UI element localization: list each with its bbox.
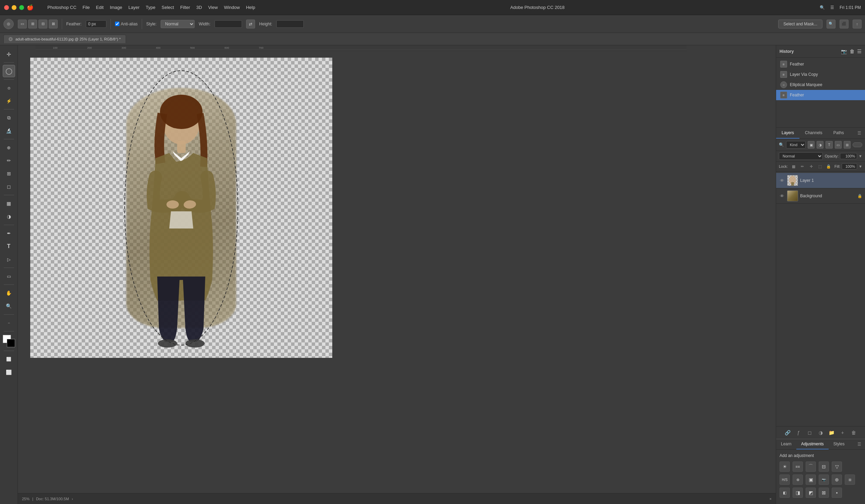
- tab-learn[interactable]: Learn: [776, 439, 796, 449]
- path-selection-tool[interactable]: ▷: [3, 253, 15, 266]
- type-tool[interactable]: T: [3, 240, 15, 253]
- adj-bw-btn[interactable]: ▣: [806, 474, 816, 485]
- history-item-feather-1[interactable]: ≡ Feather: [776, 59, 865, 69]
- filter-adjust-btn[interactable]: ◑: [817, 141, 823, 149]
- select-and-mask-button[interactable]: Select and Mask...: [778, 20, 822, 28]
- link-layers-btn[interactable]: 🔗: [784, 429, 792, 437]
- width-input[interactable]: [215, 20, 242, 28]
- menu-type[interactable]: Type: [146, 5, 155, 10]
- layers-panel-menu[interactable]: ☰: [855, 129, 863, 137]
- add-style-btn[interactable]: ƒ: [795, 429, 803, 437]
- quick-mask-btn[interactable]: ⬜: [3, 353, 15, 365]
- menu-file[interactable]: File: [83, 5, 90, 10]
- lock-all-btn[interactable]: 🔒: [826, 163, 832, 170]
- background-color[interactable]: [7, 339, 15, 347]
- adj-color-balance-btn[interactable]: ⊗: [793, 474, 803, 485]
- intersect-selection-btn[interactable]: ⊠: [49, 20, 58, 28]
- history-delete-btn[interactable]: 🗑: [850, 49, 854, 54]
- tab-paths[interactable]: Paths: [828, 128, 850, 139]
- menu-select[interactable]: Select: [162, 5, 174, 10]
- maximize-button[interactable]: [19, 5, 24, 10]
- brush-tool[interactable]: ✏: [3, 154, 15, 167]
- elliptical-marquee-tool[interactable]: ◯: [3, 65, 15, 77]
- tab-channels[interactable]: Channels: [799, 128, 828, 139]
- style-select[interactable]: Normal Fixed Ratio Fixed Size: [161, 20, 195, 28]
- adj-vibrance-btn[interactable]: ▽: [832, 461, 842, 472]
- swap-dimensions-btn[interactable]: ⇄: [246, 20, 255, 28]
- close-button[interactable]: [4, 5, 9, 10]
- adj-gradient-map-btn[interactable]: ⊠: [819, 488, 829, 498]
- filter-pixel-btn[interactable]: ▣: [808, 141, 815, 149]
- menu-filter[interactable]: Filter: [180, 5, 190, 10]
- feather-input[interactable]: [86, 20, 106, 28]
- menu-edit[interactable]: Edit: [96, 5, 104, 10]
- spotlight-icon[interactable]: 🔍: [820, 5, 825, 10]
- gradient-tool[interactable]: ▦: [3, 197, 15, 210]
- filter-type-btn[interactable]: T: [826, 141, 832, 149]
- adj-panel-menu-btn[interactable]: ☰: [855, 441, 863, 448]
- adj-photo-filter-btn[interactable]: 📷: [819, 474, 829, 485]
- menu-window[interactable]: Window: [224, 5, 240, 10]
- delete-layer-btn[interactable]: 🗑: [850, 429, 858, 437]
- layer-item-layer1[interactable]: 👁 Layer 1: [776, 173, 865, 188]
- new-fill-adj-btn[interactable]: ◑: [817, 429, 825, 437]
- menu-view[interactable]: View: [208, 5, 218, 10]
- color-swatch[interactable]: [3, 335, 15, 347]
- background-visibility-btn[interactable]: 👁: [779, 193, 785, 199]
- history-panel-menu[interactable]: ☰: [857, 49, 862, 54]
- add-mask-btn[interactable]: ◻: [806, 429, 814, 437]
- minimize-button[interactable]: [12, 5, 16, 10]
- quick-selection-tool[interactable]: ⚡: [3, 95, 15, 107]
- adj-brightness-btn[interactable]: ☀: [780, 461, 790, 472]
- pen-tool[interactable]: ✒: [3, 227, 15, 239]
- new-layer-btn[interactable]: +: [839, 429, 847, 437]
- filter-smartobj-btn[interactable]: ⊞: [844, 141, 851, 149]
- filter-toggle[interactable]: [853, 142, 862, 147]
- rectangle-tool[interactable]: ▭: [3, 270, 15, 282]
- lock-artboard-btn[interactable]: ⬚: [817, 163, 823, 170]
- document-tab[interactable]: × adult-attractive-beautiful-61120.jpg @…: [3, 35, 126, 43]
- anti-alias-label[interactable]: Anti-alias: [115, 22, 138, 26]
- menu-image[interactable]: Image: [110, 5, 122, 10]
- bottom-close-btn[interactable]: ×: [770, 497, 772, 501]
- layer1-visibility-btn[interactable]: 👁: [779, 177, 785, 184]
- lock-position-btn[interactable]: ✛: [808, 163, 814, 170]
- canvas-document[interactable]: .marching-ants { stroke-dasharray: 8 5; …: [30, 58, 332, 358]
- filter-kind-select[interactable]: Kind: [786, 141, 806, 149]
- adj-curves-btn[interactable]: ⌒: [806, 461, 816, 472]
- lock-pixels-btn[interactable]: ✏: [799, 163, 806, 170]
- new-group-btn[interactable]: 📁: [828, 429, 836, 437]
- hand-tool[interactable]: ✋: [3, 287, 15, 299]
- tab-close-btn[interactable]: ×: [9, 37, 13, 41]
- adj-threshold-btn[interactable]: ◩: [806, 488, 816, 498]
- tab-styles[interactable]: Styles: [829, 439, 850, 449]
- eraser-tool[interactable]: ◻: [3, 180, 15, 193]
- fill-stepper[interactable]: ▼: [858, 164, 862, 168]
- adj-hue-sat-btn[interactable]: H/S: [780, 474, 790, 485]
- filter-toggle-switch[interactable]: [853, 142, 862, 147]
- opacity-stepper[interactable]: ▼: [858, 154, 862, 158]
- lock-transparent-btn[interactable]: ▦: [791, 163, 797, 170]
- lasso-tool[interactable]: ⌾: [3, 82, 15, 94]
- move-tool[interactable]: ✛: [3, 48, 15, 60]
- clone-stamp-tool[interactable]: ⊞: [3, 167, 15, 180]
- menu-help[interactable]: Help: [246, 5, 255, 10]
- menu-3d[interactable]: 3D: [196, 5, 202, 10]
- workspace-btn[interactable]: ⬛: [840, 20, 849, 28]
- adj-invert-btn[interactable]: ◧: [780, 488, 790, 498]
- extra-tools[interactable]: ···: [3, 317, 15, 329]
- expand-arrow[interactable]: ›: [72, 497, 73, 501]
- spot-healing-tool[interactable]: ⊕: [3, 141, 15, 154]
- share-btn[interactable]: ↑: [853, 20, 862, 28]
- search-btn[interactable]: 🔍: [827, 20, 835, 28]
- canvas-viewport[interactable]: 100 200 300 400 500 600 700: [18, 45, 776, 493]
- history-item-elliptical-marquee[interactable]: ○ Elliptical Marquee: [776, 80, 865, 90]
- adj-exposure-btn[interactable]: ⊟: [819, 461, 829, 472]
- opacity-input[interactable]: [840, 153, 857, 159]
- dodge-tool[interactable]: ◑: [3, 210, 15, 223]
- fill-input[interactable]: [842, 163, 857, 169]
- tab-adjustments[interactable]: Adjustments: [796, 439, 829, 449]
- anti-alias-checkbox[interactable]: [115, 22, 119, 26]
- menu-layer[interactable]: Layer: [128, 5, 140, 10]
- tool-preset-picker[interactable]: ◎: [3, 19, 14, 29]
